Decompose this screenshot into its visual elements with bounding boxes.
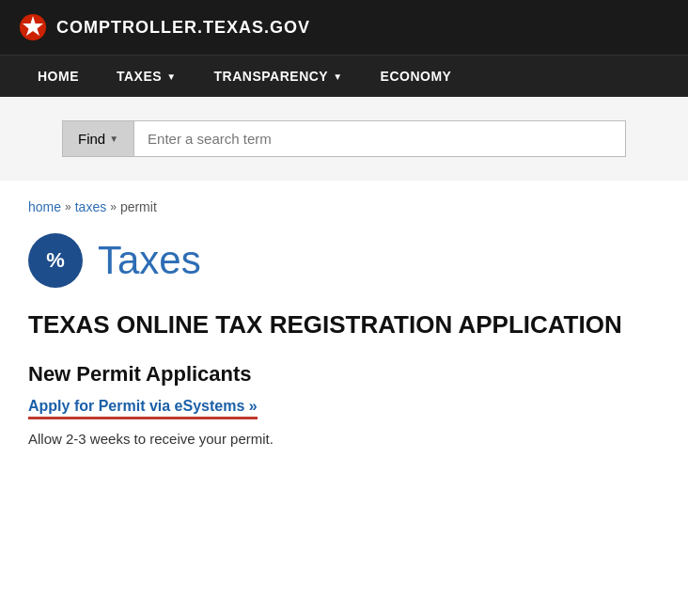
taxes-section-title: Taxes bbox=[98, 238, 201, 283]
find-button[interactable]: Find ▼ bbox=[62, 120, 133, 157]
logo[interactable]: COMPTROLLER.TEXAS.GOV bbox=[19, 13, 310, 41]
site-title: COMPTROLLER.TEXAS.GOV bbox=[56, 18, 310, 38]
search-input[interactable] bbox=[133, 120, 626, 157]
sub-heading: New Permit Applicants bbox=[28, 362, 660, 387]
main-content: home » taxes » permit % Taxes TEXAS ONLI… bbox=[0, 181, 688, 466]
taxes-percent-icon: % bbox=[28, 233, 83, 288]
search-container: Find ▼ bbox=[62, 120, 626, 157]
nav-home[interactable]: HOME bbox=[19, 55, 98, 97]
main-nav: HOME TAXES ▼ TRANSPARENCY ▼ ECONOMY bbox=[0, 55, 688, 97]
site-header: COMPTROLLER.TEXAS.GOV bbox=[0, 0, 688, 55]
breadcrumb: home » taxes » permit bbox=[28, 199, 660, 214]
breadcrumb-separator-2: » bbox=[110, 200, 117, 213]
star-icon bbox=[19, 13, 47, 41]
nav-taxes[interactable]: TAXES ▼ bbox=[98, 55, 195, 97]
taxes-dropdown-arrow: ▼ bbox=[166, 71, 176, 82]
nav-transparency[interactable]: TRANSPARENCY ▼ bbox=[195, 55, 362, 97]
breadcrumb-current: permit bbox=[120, 199, 157, 214]
main-heading: TEXAS ONLINE TAX REGISTRATION APPLICATIO… bbox=[28, 310, 660, 340]
allow-text: Allow 2-3 weeks to receive your permit. bbox=[28, 431, 660, 447]
breadcrumb-home[interactable]: home bbox=[28, 199, 61, 214]
breadcrumb-separator-1: » bbox=[65, 200, 71, 213]
page-heading: % Taxes bbox=[28, 233, 660, 288]
permit-link[interactable]: Apply for Permit via eSystems » bbox=[28, 398, 258, 419]
find-dropdown-arrow: ▼ bbox=[109, 134, 118, 144]
transparency-dropdown-arrow: ▼ bbox=[333, 71, 342, 82]
nav-economy[interactable]: ECONOMY bbox=[362, 55, 471, 97]
search-area: Find ▼ bbox=[0, 97, 688, 181]
breadcrumb-taxes[interactable]: taxes bbox=[75, 199, 106, 214]
